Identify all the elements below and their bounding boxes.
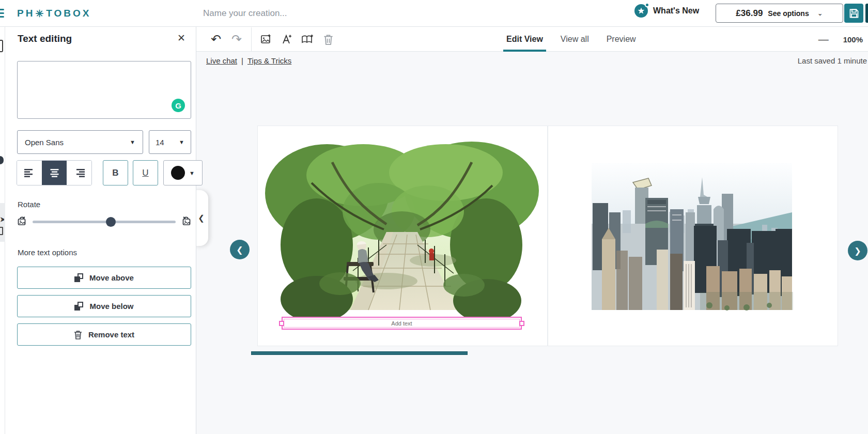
delete-button[interactable] <box>318 29 338 50</box>
cropped-tool-icon[interactable] <box>0 156 4 164</box>
resize-handle-right[interactable] <box>519 321 524 326</box>
chevron-left-icon: ❮ <box>198 213 205 223</box>
canvas-area: Live chat|Tips & Tricks Last saved 1 min… <box>196 52 868 434</box>
add-text-button[interactable] <box>276 29 297 50</box>
rotate-slider-row <box>17 214 191 229</box>
text-color-button[interactable]: ▼ <box>163 160 203 185</box>
toolbar-divider <box>251 27 252 51</box>
remove-text-button[interactable]: Remove text <box>17 323 191 346</box>
grammarly-icon[interactable]: G <box>172 99 185 112</box>
creation-name-input[interactable] <box>203 6 374 21</box>
add-photo-button[interactable] <box>256 29 276 50</box>
panel-collapse-button[interactable]: ❮ <box>194 190 208 246</box>
price-see-options-button[interactable]: £36.99 See options ⌄ <box>716 4 843 23</box>
font-family-select[interactable]: Open Sans ▼ <box>17 130 143 154</box>
align-right-button[interactable] <box>67 161 91 185</box>
panel-title: Text editing <box>18 33 72 44</box>
last-saved-status: Last saved 1 minute <box>798 56 867 65</box>
chevron-down-icon: ▼ <box>130 139 135 145</box>
rotate-right-icon[interactable] <box>180 215 191 229</box>
cropped-tool-icon[interactable] <box>0 40 3 52</box>
save-icon <box>849 8 859 19</box>
align-center-icon <box>49 169 60 177</box>
move-above-button[interactable]: Move above <box>17 267 191 289</box>
align-center-button[interactable] <box>42 161 67 185</box>
view-tabs: Edit View View all Preview <box>506 27 636 52</box>
font-size-select[interactable]: 14 ▼ <box>149 130 191 154</box>
align-right-icon <box>74 169 85 177</box>
canvas-toolbar: ↶ ↷ <box>196 27 868 52</box>
move-below-button[interactable]: Move below <box>17 295 191 317</box>
text-input[interactable] <box>17 61 191 119</box>
zoom-level: 100% <box>843 35 863 44</box>
tab-view-all[interactable]: View all <box>561 27 589 52</box>
redo-button[interactable]: ↷ <box>226 29 247 50</box>
chevron-right-icon: ❯ <box>854 246 861 256</box>
star-icon <box>634 4 648 18</box>
close-icon[interactable]: ✕ <box>177 32 185 44</box>
alignment-group <box>17 160 92 185</box>
more-text-options-label: More text options <box>18 248 77 257</box>
add-pages-icon <box>301 34 314 45</box>
chevron-left-icon: ❮ <box>236 245 243 255</box>
zoom-controls: — 100% <box>818 27 863 52</box>
page-indicator-bar <box>251 351 468 355</box>
undo-icon: ↶ <box>211 33 221 45</box>
live-chat-link[interactable]: Live chat <box>206 56 237 65</box>
park-photo[interactable] <box>301 162 502 310</box>
notification-dot <box>645 3 649 7</box>
bold-button[interactable]: B <box>103 160 128 185</box>
chevron-down-icon: ▼ <box>179 139 184 145</box>
save-button[interactable] <box>844 4 863 23</box>
chevron-down-icon: ▼ <box>189 170 195 176</box>
move-above-icon <box>74 273 83 282</box>
cropped-tool-icon <box>0 227 3 235</box>
tips-tricks-link[interactable]: Tips & Tricks <box>247 56 291 65</box>
align-left-button[interactable] <box>17 161 42 185</box>
rotate-left-icon[interactable] <box>17 215 28 229</box>
underline-button[interactable]: U <box>133 160 158 185</box>
redo-icon: ↷ <box>231 33 242 45</box>
cropped-arrow-icon: ➤ <box>0 215 4 223</box>
undo-button[interactable]: ↶ <box>206 29 226 50</box>
add-text-placeholder-box[interactable]: Add text <box>282 317 522 330</box>
text-editing-panel: Text editing ✕ G Open Sans ▼ 14 ▼ <box>5 27 196 434</box>
previous-page-button[interactable]: ❮ <box>230 240 250 259</box>
workspace: ↶ ↷ <box>196 27 868 434</box>
photobox-logo: PH✳TOBOX <box>17 7 91 19</box>
tab-preview[interactable]: Preview <box>607 27 636 52</box>
add-photo-icon <box>260 34 272 45</box>
menu-icon[interactable] <box>0 9 4 18</box>
city-photo[interactable] <box>592 163 792 310</box>
whats-new-button[interactable]: What's New <box>634 4 699 18</box>
rotate-slider-track[interactable] <box>33 221 176 223</box>
color-swatch <box>171 166 185 180</box>
trash-icon <box>323 34 333 45</box>
tab-edit-view[interactable]: Edit View <box>506 27 543 52</box>
left-tool-strip-cropped: ➤ <box>0 27 5 434</box>
rotate-label: Rotate <box>18 200 40 209</box>
move-below-icon <box>74 302 83 311</box>
add-text-icon <box>281 34 292 45</box>
zoom-out-button[interactable]: — <box>818 34 829 44</box>
rotate-slider-thumb[interactable] <box>106 217 116 227</box>
trash-icon <box>74 330 82 339</box>
chevron-down-icon: ⌄ <box>817 9 823 17</box>
add-pages-button[interactable] <box>297 29 318 50</box>
active-tool-highlight[interactable]: ➤ <box>0 203 5 242</box>
help-links: Live chat|Tips & Tricks <box>206 56 291 65</box>
basket-button-cropped[interactable] <box>865 4 868 23</box>
align-left-icon <box>24 169 35 177</box>
resize-handle-left[interactable] <box>279 321 284 326</box>
logo-star-icon: ✳ <box>35 8 45 20</box>
next-page-button[interactable]: ❯ <box>848 241 867 260</box>
top-bar: PH✳TOBOX What's New £36.99 See options ⌄ <box>0 0 868 27</box>
